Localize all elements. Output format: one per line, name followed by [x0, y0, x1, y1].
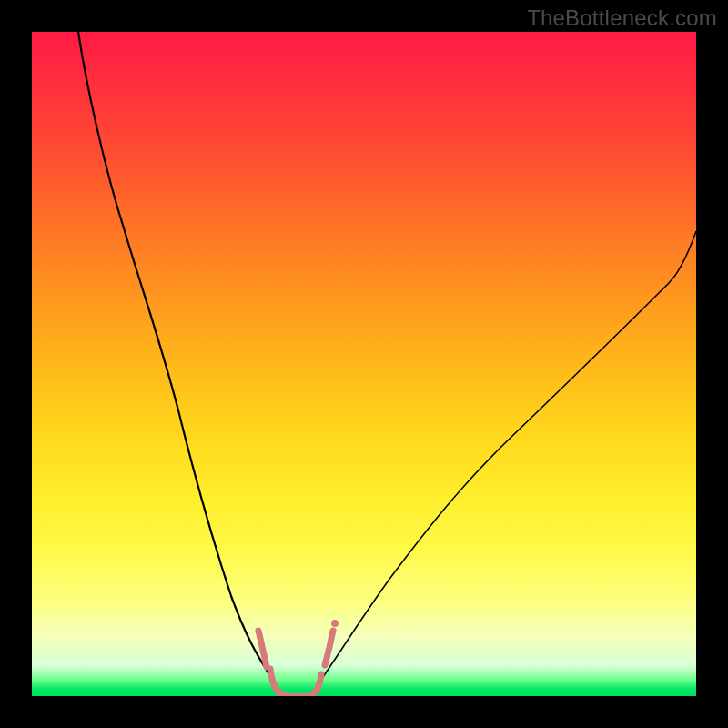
marker-right-dot [331, 620, 339, 627]
marker-u-shape [270, 669, 321, 696]
bottom-marker-group [258, 620, 339, 696]
chart-frame: { "watermark": "TheBottleneck.com", "col… [0, 0, 728, 728]
curve-layer [32, 32, 696, 696]
left-curve [78, 32, 281, 696]
plot-area [32, 32, 696, 696]
watermark-text: TheBottleneck.com [527, 5, 717, 31]
marker-left-wiggle [258, 631, 267, 667]
right-curve [311, 231, 696, 696]
marker-right-wiggle [325, 631, 333, 665]
